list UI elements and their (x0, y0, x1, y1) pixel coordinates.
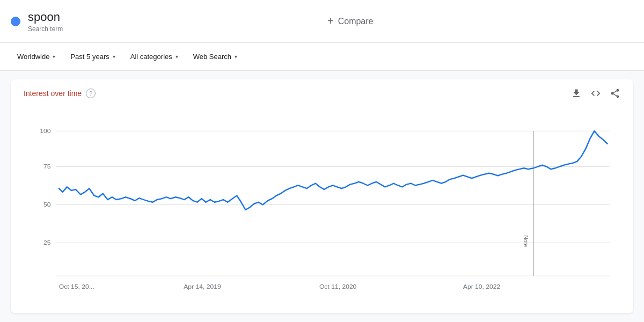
plus-icon: + (327, 15, 334, 27)
x-label-4: Apr 10, 2022 (463, 283, 500, 290)
time-range-label: Past 5 years (70, 53, 109, 61)
compare-button[interactable]: + Compare (327, 15, 374, 27)
download-button[interactable] (571, 88, 582, 99)
embed-button[interactable] (590, 88, 601, 99)
search-type-arrow-icon: ▾ (235, 54, 237, 60)
search-term-dot (11, 17, 20, 26)
categories-arrow-icon: ▾ (175, 54, 178, 60)
x-label-1: Oct 15, 20... (59, 283, 94, 290)
worldwide-dropdown[interactable]: Worldwide ▾ (11, 48, 62, 65)
chart-title: Interest over time (24, 89, 82, 98)
search-term-name: spoon (28, 10, 63, 24)
code-icon (590, 88, 601, 99)
y-label-100: 100 (40, 127, 51, 134)
filter-bar: Worldwide ▾ Past 5 years ▾ All categorie… (0, 43, 644, 71)
y-label-75: 75 (43, 163, 51, 170)
x-label-3: Oct 11, 2020 (319, 283, 357, 290)
share-button[interactable] (610, 88, 620, 99)
worldwide-label: Worldwide (17, 53, 49, 61)
chart-card: Interest over time ? (11, 79, 633, 313)
note-label: Note (523, 235, 529, 247)
time-range-dropdown[interactable]: Past 5 years ▾ (64, 48, 121, 65)
search-term-text: spoon Search term (28, 10, 63, 33)
share-icon (610, 88, 620, 99)
categories-label: All categories (130, 53, 172, 61)
chart-area: 100 75 50 25 Oct 15, 20... Apr 14, 2019 … (24, 103, 620, 296)
search-type-dropdown[interactable]: Web Search ▾ (187, 48, 244, 65)
search-term-label: Search term (28, 25, 63, 33)
categories-dropdown[interactable]: All categories ▾ (124, 48, 185, 65)
compare-section: + Compare (311, 0, 644, 42)
chart-header: Interest over time ? (24, 88, 620, 99)
trend-line (59, 131, 608, 210)
download-icon (571, 88, 582, 99)
compare-label: Compare (338, 17, 374, 26)
search-term-section: spoon Search term (0, 0, 311, 42)
search-type-label: Web Search (193, 53, 231, 61)
help-icon[interactable]: ? (86, 89, 96, 98)
x-label-2: Apr 14, 2019 (184, 283, 221, 290)
chart-title-group: Interest over time ? (24, 89, 96, 98)
time-arrow-icon: ▾ (113, 54, 115, 60)
y-label-50: 50 (43, 201, 51, 208)
header-bar: spoon Search term + Compare (0, 0, 644, 43)
interest-over-time-chart: 100 75 50 25 Oct 15, 20... Apr 14, 2019 … (24, 103, 620, 296)
y-label-25: 25 (43, 239, 51, 246)
main-content: Interest over time ? (0, 71, 644, 322)
chart-actions (571, 88, 620, 99)
worldwide-arrow-icon: ▾ (53, 54, 55, 60)
